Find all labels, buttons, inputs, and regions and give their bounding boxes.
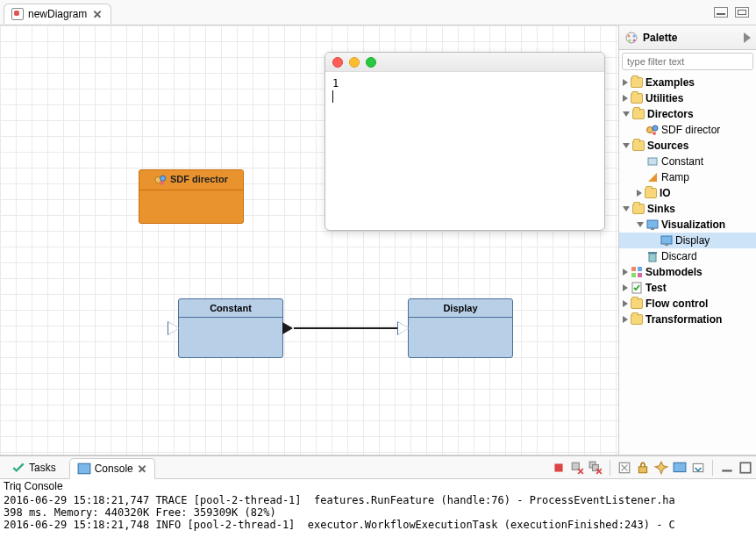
- expand-icon[interactable]: [623, 79, 628, 86]
- console-output[interactable]: 2016-06-29 15:18:21,747 TRACE [pool-2-th…: [0, 492, 756, 545]
- tree-item-sdf-director[interactable]: SDF director: [619, 122, 756, 138]
- svg-point-10: [653, 132, 656, 135]
- actor-constant[interactable]: Constant: [178, 298, 283, 358]
- expand-icon[interactable]: [623, 284, 628, 291]
- window-minimize-icon[interactable]: [349, 57, 360, 68]
- console-icon: [77, 462, 91, 476]
- pin-console-icon[interactable]: [654, 461, 668, 475]
- actor-display[interactable]: Display: [408, 298, 513, 358]
- console-toolbar: [552, 460, 752, 476]
- tree-item-directors[interactable]: Directors: [619, 106, 756, 122]
- diagram-canvas[interactable]: SDF director Constant Display 1: [0, 25, 618, 455]
- collapse-icon[interactable]: [623, 206, 630, 212]
- folder-icon: [631, 93, 643, 104]
- collapse-icon[interactable]: [623, 111, 630, 117]
- tab-title: newDiagram: [28, 8, 87, 20]
- svg-rect-15: [661, 236, 672, 244]
- tree-item-examples[interactable]: Examples: [619, 75, 756, 90]
- input-port-icon[interactable]: [168, 322, 179, 334]
- actor-label: Constant: [210, 303, 252, 313]
- svg-marker-12: [648, 173, 657, 182]
- separator: [610, 460, 610, 476]
- svg-point-9: [653, 125, 658, 131]
- svg-rect-25: [554, 463, 562, 471]
- window-titlebar[interactable]: [325, 53, 604, 72]
- folder-icon: [632, 140, 645, 151]
- svg-point-7: [633, 39, 636, 41]
- tree-item-utilities[interactable]: Utilities: [619, 90, 756, 106]
- actor-sdf-director[interactable]: SDF director: [139, 169, 244, 224]
- console-title: Triq Console: [0, 479, 756, 492]
- clear-console-icon[interactable]: [617, 461, 631, 475]
- diagram-file-icon: [11, 8, 24, 20]
- svg-rect-18: [648, 252, 657, 254]
- svg-point-2: [160, 181, 164, 184]
- window-close-icon[interactable]: [332, 57, 343, 68]
- tree-item-io[interactable]: IO: [619, 185, 756, 201]
- collapse-icon[interactable]: [623, 143, 630, 148]
- tree-item-display[interactable]: Display: [619, 233, 756, 248]
- tree-item-flow-control[interactable]: Flow control: [619, 296, 756, 312]
- minimize-view-icon[interactable]: [714, 7, 728, 18]
- tree-item-test[interactable]: Test: [619, 280, 756, 296]
- expand-icon[interactable]: [623, 316, 628, 323]
- expand-icon[interactable]: [623, 95, 628, 102]
- actor-label: Display: [443, 303, 477, 313]
- filter-input[interactable]: [622, 53, 753, 70]
- tree-item-sources[interactable]: Sources: [619, 138, 756, 154]
- expand-icon[interactable]: [637, 190, 642, 197]
- tab-console[interactable]: Console: [69, 458, 155, 479]
- tree-item-constant[interactable]: Constant: [619, 154, 756, 169]
- remove-launch-icon[interactable]: [570, 461, 584, 475]
- tree-item-ramp[interactable]: Ramp: [619, 169, 756, 185]
- input-port-icon[interactable]: [398, 322, 409, 334]
- tree-item-visualization[interactable]: Visualization: [619, 217, 756, 233]
- folder-icon: [632, 204, 645, 214]
- open-console-icon[interactable]: [691, 461, 705, 475]
- expand-icon[interactable]: [623, 269, 628, 276]
- editor-tab[interactable]: newDiagram: [4, 4, 111, 24]
- svg-rect-34: [740, 463, 750, 472]
- svg-rect-17: [649, 254, 656, 262]
- tab-tasks[interactable]: Tasks: [4, 457, 64, 478]
- svg-rect-19: [631, 267, 636, 271]
- close-icon[interactable]: [137, 463, 147, 474]
- collapse-icon[interactable]: [637, 222, 644, 227]
- palette-tree: Examples Utilities Directors SDF directo…: [619, 73, 756, 455]
- terminate-icon[interactable]: [552, 461, 566, 475]
- trash-icon: [646, 250, 659, 262]
- svg-rect-11: [648, 158, 657, 165]
- text-cursor: [332, 90, 333, 103]
- display-output-window[interactable]: 1: [325, 52, 605, 231]
- maximize-view-icon[interactable]: [735, 7, 749, 18]
- collapse-palette-icon[interactable]: [744, 32, 751, 43]
- window-zoom-icon[interactable]: [366, 57, 376, 68]
- folder-icon: [631, 298, 643, 309]
- scroll-lock-icon[interactable]: [636, 461, 650, 475]
- output-port-icon[interactable]: [282, 322, 293, 334]
- svg-rect-31: [674, 463, 686, 471]
- bottom-panel: Tasks Console Triq Console 2016-06-29 15…: [0, 455, 756, 545]
- folder-icon: [631, 77, 643, 88]
- palette-header[interactable]: Palette: [619, 25, 756, 50]
- expand-icon[interactable]: [623, 300, 628, 307]
- remove-all-icon[interactable]: [588, 461, 603, 475]
- minimize-view-icon[interactable]: [720, 461, 734, 475]
- tree-item-submodels[interactable]: Submodels: [619, 264, 756, 280]
- folder-icon: [632, 109, 645, 119]
- display-console-icon[interactable]: [673, 461, 687, 475]
- maximize-view-icon[interactable]: [738, 461, 752, 475]
- separator: [712, 460, 713, 476]
- close-icon[interactable]: [91, 8, 103, 20]
- tree-item-sinks[interactable]: Sinks: [619, 201, 756, 217]
- tree-item-discard[interactable]: Discard: [619, 248, 756, 264]
- check-doc-icon: [631, 282, 643, 294]
- tasks-icon: [11, 461, 25, 475]
- editor-tabbar: newDiagram: [0, 0, 756, 25]
- folder-icon: [645, 188, 657, 198]
- gears-icon: [154, 174, 167, 186]
- tree-item-transformation[interactable]: Transformation: [619, 312, 756, 327]
- svg-rect-22: [638, 273, 642, 277]
- connection-wire[interactable]: [294, 327, 397, 329]
- svg-rect-21: [631, 273, 636, 277]
